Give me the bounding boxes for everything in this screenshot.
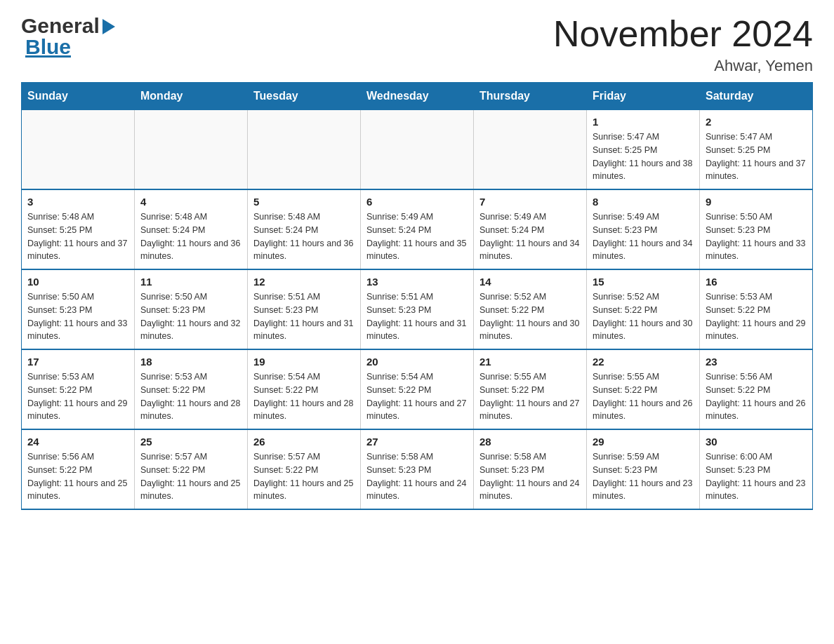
calendar-cell: 18Sunrise: 5:53 AM Sunset: 5:22 PM Dayli… — [135, 349, 248, 429]
day-number: 19 — [253, 356, 355, 368]
day-info: Sunrise: 5:53 AM Sunset: 5:22 PM Dayligh… — [27, 370, 128, 423]
calendar-cell: 1Sunrise: 5:47 AM Sunset: 5:25 PM Daylig… — [587, 110, 700, 190]
day-info: Sunrise: 5:57 AM Sunset: 5:22 PM Dayligh… — [140, 450, 241, 503]
day-header-friday: Friday — [587, 83, 700, 110]
day-number: 23 — [706, 356, 807, 368]
day-number: 6 — [366, 196, 468, 208]
day-header-thursday: Thursday — [474, 83, 587, 110]
logo-triangle-icon — [102, 19, 115, 34]
calendar-cell: 29Sunrise: 5:59 AM Sunset: 5:23 PM Dayli… — [587, 429, 700, 509]
day-number: 25 — [140, 436, 241, 448]
day-number: 2 — [706, 116, 807, 128]
day-info: Sunrise: 5:57 AM Sunset: 5:22 PM Dayligh… — [253, 450, 355, 503]
calendar-cell: 23Sunrise: 5:56 AM Sunset: 5:22 PM Dayli… — [700, 349, 813, 429]
day-number: 30 — [706, 436, 807, 448]
day-number: 24 — [27, 436, 128, 448]
day-number: 12 — [253, 276, 355, 288]
day-number: 7 — [479, 196, 581, 208]
calendar-week-row: 10Sunrise: 5:50 AM Sunset: 5:23 PM Dayli… — [22, 269, 813, 349]
day-number: 14 — [479, 276, 581, 288]
day-header-sunday: Sunday — [22, 83, 135, 110]
day-number: 29 — [593, 436, 694, 448]
calendar-cell: 17Sunrise: 5:53 AM Sunset: 5:22 PM Dayli… — [22, 349, 135, 429]
logo-general-text: General — [21, 14, 100, 38]
day-number: 8 — [593, 196, 694, 208]
day-info: Sunrise: 5:48 AM Sunset: 5:24 PM Dayligh… — [253, 210, 355, 263]
day-info: Sunrise: 5:55 AM Sunset: 5:22 PM Dayligh… — [479, 370, 581, 423]
calendar-cell: 20Sunrise: 5:54 AM Sunset: 5:22 PM Dayli… — [361, 349, 474, 429]
day-number: 4 — [140, 196, 241, 208]
calendar-cell: 15Sunrise: 5:52 AM Sunset: 5:22 PM Dayli… — [587, 269, 700, 349]
calendar-cell: 8Sunrise: 5:49 AM Sunset: 5:23 PM Daylig… — [587, 189, 700, 269]
calendar-week-row: 24Sunrise: 5:56 AM Sunset: 5:22 PM Dayli… — [22, 429, 813, 509]
day-info: Sunrise: 5:48 AM Sunset: 5:25 PM Dayligh… — [27, 210, 128, 263]
day-number: 13 — [366, 276, 468, 288]
day-info: Sunrise: 5:55 AM Sunset: 5:22 PM Dayligh… — [593, 370, 694, 423]
calendar-cell: 6Sunrise: 5:49 AM Sunset: 5:24 PM Daylig… — [361, 189, 474, 269]
calendar-cell: 13Sunrise: 5:51 AM Sunset: 5:23 PM Dayli… — [361, 269, 474, 349]
day-info: Sunrise: 5:53 AM Sunset: 5:22 PM Dayligh… — [706, 290, 807, 343]
logo-line1: General — [21, 14, 115, 38]
day-number: 16 — [706, 276, 807, 288]
calendar-cell: 5Sunrise: 5:48 AM Sunset: 5:24 PM Daylig… — [248, 189, 361, 269]
calendar-cell: 2Sunrise: 5:47 AM Sunset: 5:25 PM Daylig… — [700, 110, 813, 190]
logo-line2: Blue — [21, 35, 115, 59]
day-number: 28 — [479, 436, 581, 448]
calendar-week-row: 1Sunrise: 5:47 AM Sunset: 5:25 PM Daylig… — [22, 110, 813, 190]
logo: General Blue — [21, 14, 115, 59]
day-info: Sunrise: 5:56 AM Sunset: 5:22 PM Dayligh… — [27, 450, 128, 503]
calendar-table: SundayMondayTuesdayWednesdayThursdayFrid… — [21, 82, 813, 510]
day-number: 20 — [366, 356, 468, 368]
day-info: Sunrise: 5:59 AM Sunset: 5:23 PM Dayligh… — [593, 450, 694, 503]
calendar-cell — [248, 110, 361, 190]
day-info: Sunrise: 5:50 AM Sunset: 5:23 PM Dayligh… — [27, 290, 128, 343]
calendar-cell: 3Sunrise: 5:48 AM Sunset: 5:25 PM Daylig… — [22, 189, 135, 269]
calendar-cell: 28Sunrise: 5:58 AM Sunset: 5:23 PM Dayli… — [474, 429, 587, 509]
day-info: Sunrise: 5:49 AM Sunset: 5:24 PM Dayligh… — [366, 210, 468, 263]
day-header-saturday: Saturday — [700, 83, 813, 110]
day-number: 21 — [479, 356, 581, 368]
day-info: Sunrise: 5:58 AM Sunset: 5:23 PM Dayligh… — [366, 450, 468, 503]
day-number: 9 — [706, 196, 807, 208]
title-area: November 2024 Ahwar, Yemen — [553, 14, 813, 75]
calendar-cell: 27Sunrise: 5:58 AM Sunset: 5:23 PM Dayli… — [361, 429, 474, 509]
day-info: Sunrise: 5:53 AM Sunset: 5:22 PM Dayligh… — [140, 370, 241, 423]
calendar-cell: 7Sunrise: 5:49 AM Sunset: 5:24 PM Daylig… — [474, 189, 587, 269]
calendar-cell — [22, 110, 135, 190]
page-header: General Blue November 2024 Ahwar, Yemen — [21, 14, 813, 75]
calendar-cell: 9Sunrise: 5:50 AM Sunset: 5:23 PM Daylig… — [700, 189, 813, 269]
day-info: Sunrise: 5:56 AM Sunset: 5:22 PM Dayligh… — [706, 370, 807, 423]
day-info: Sunrise: 5:47 AM Sunset: 5:25 PM Dayligh… — [593, 130, 694, 183]
calendar-cell: 12Sunrise: 5:51 AM Sunset: 5:23 PM Dayli… — [248, 269, 361, 349]
calendar-cell: 30Sunrise: 6:00 AM Sunset: 5:23 PM Dayli… — [700, 429, 813, 509]
calendar-cell: 26Sunrise: 5:57 AM Sunset: 5:22 PM Dayli… — [248, 429, 361, 509]
calendar-cell: 19Sunrise: 5:54 AM Sunset: 5:22 PM Dayli… — [248, 349, 361, 429]
day-number: 3 — [27, 196, 128, 208]
day-info: Sunrise: 5:58 AM Sunset: 5:23 PM Dayligh… — [479, 450, 581, 503]
calendar-cell: 24Sunrise: 5:56 AM Sunset: 5:22 PM Dayli… — [22, 429, 135, 509]
location: Ahwar, Yemen — [553, 57, 813, 75]
day-header-wednesday: Wednesday — [361, 83, 474, 110]
day-info: Sunrise: 6:00 AM Sunset: 5:23 PM Dayligh… — [706, 450, 807, 503]
calendar-cell: 4Sunrise: 5:48 AM Sunset: 5:24 PM Daylig… — [135, 189, 248, 269]
day-info: Sunrise: 5:51 AM Sunset: 5:23 PM Dayligh… — [366, 290, 468, 343]
day-info: Sunrise: 5:49 AM Sunset: 5:24 PM Dayligh… — [479, 210, 581, 263]
day-info: Sunrise: 5:50 AM Sunset: 5:23 PM Dayligh… — [706, 210, 807, 263]
day-number: 17 — [27, 356, 128, 368]
day-number: 15 — [593, 276, 694, 288]
day-info: Sunrise: 5:49 AM Sunset: 5:23 PM Dayligh… — [593, 210, 694, 263]
day-number: 5 — [253, 196, 355, 208]
calendar-cell — [474, 110, 587, 190]
month-title: November 2024 — [553, 14, 813, 54]
day-info: Sunrise: 5:54 AM Sunset: 5:22 PM Dayligh… — [253, 370, 355, 423]
calendar-cell: 25Sunrise: 5:57 AM Sunset: 5:22 PM Dayli… — [135, 429, 248, 509]
day-header-tuesday: Tuesday — [248, 83, 361, 110]
day-info: Sunrise: 5:50 AM Sunset: 5:23 PM Dayligh… — [140, 290, 241, 343]
day-number: 26 — [253, 436, 355, 448]
calendar-cell: 11Sunrise: 5:50 AM Sunset: 5:23 PM Dayli… — [135, 269, 248, 349]
day-header-monday: Monday — [135, 83, 248, 110]
day-info: Sunrise: 5:47 AM Sunset: 5:25 PM Dayligh… — [706, 130, 807, 183]
calendar-cell — [135, 110, 248, 190]
day-info: Sunrise: 5:52 AM Sunset: 5:22 PM Dayligh… — [479, 290, 581, 343]
logo-blue-text: Blue — [25, 35, 71, 59]
